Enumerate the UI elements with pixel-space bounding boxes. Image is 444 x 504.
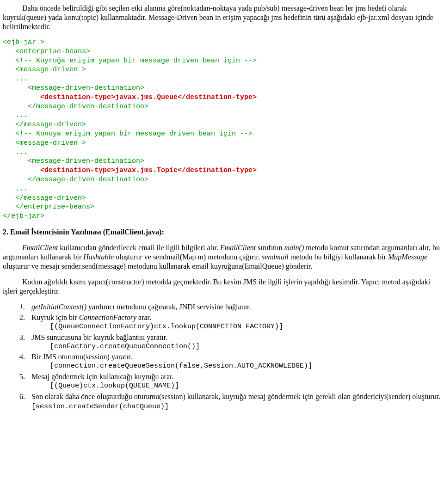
code-line: <!-- Kuyruğa erişim yapan bir message dr… — [3, 57, 257, 65]
text: Son olarak daha önce oluşturduğu oturumu… — [31, 393, 440, 400]
text: oluşturur ve sendmail(Map m) metodunu ça… — [114, 253, 262, 261]
text: yardımcı metodunu çağırarak, JNDI servis… — [86, 303, 251, 311]
code-snippet-create-sender: [session.createSender(chatQueue)] — [31, 403, 169, 411]
text: sınıfının — [256, 244, 284, 252]
text-getinitialcontext: getInitialContext() — [31, 303, 86, 311]
list-item-2: Kuyruk için bir ConnectionFactory arar. … — [29, 313, 441, 332]
code-line: ... — [3, 75, 28, 83]
text-emailclient-2: EmailClient — [220, 244, 256, 252]
code-line-topic-type: javax.jms.Topic — [115, 166, 178, 174]
paragraph-emailclient: EmailClient kullanıcıdan gönderilecek em… — [3, 243, 441, 271]
code-line: </message-driven-destination> — [3, 176, 148, 184]
code-snippet-create-session: [connection.createQueueSession(false,Ses… — [50, 362, 441, 371]
code-line: <message-driven-destination> — [3, 84, 144, 92]
list-item-3: JMS sunucusuna bir kuyruk bağlantısı yar… — [29, 333, 441, 351]
list-item-6: Son olarak daha önce oluşturduğu oturumu… — [29, 392, 441, 412]
code-line-queue-close: </destination-type> — [178, 93, 257, 101]
code-line-topic-close: </destination-type> — [178, 166, 257, 174]
code-snippet-lookup-queue: [(Queue)ctx.lookup(QUEUE_NAME)] — [50, 382, 441, 391]
ejb-jar-xml-code: <ejb-jar > <enterprise-beans> <!-- Kuyru… — [3, 38, 441, 221]
code-line-topic-open: <destination-type> — [3, 166, 115, 174]
text-sendmail: sendmail — [262, 253, 289, 261]
code-line: <message-driven > — [3, 139, 86, 147]
code-line: </message-driven> — [3, 194, 86, 202]
code-line: <enterprise-beans> — [3, 48, 90, 55]
text-mapmessage: MapMessage — [388, 253, 427, 261]
text: arar. — [138, 313, 151, 321]
text: Mesaj göndermek için kullanıcağı kuyruğu… — [31, 373, 173, 381]
constructor-steps-list: getInitialContext() yardımcı metodunu ça… — [29, 302, 441, 412]
list-item-4: Bir JMS oturumu(session) yaratır. [conne… — [29, 352, 441, 371]
paragraph-constructor: Kodun ağırlıklı kısmı yapıcı(constructor… — [3, 277, 441, 296]
code-line: ... — [3, 148, 28, 156]
text: Bir JMS oturumu(session) yaratır. — [31, 353, 132, 361]
list-item-5: Mesaj göndermek için kullanıcağı kuyruğu… — [29, 372, 441, 391]
code-line: </message-driven> — [3, 121, 86, 129]
text-emailclient: EmailClient — [22, 244, 58, 252]
code-line: ... — [3, 185, 28, 193]
code-line: </ejb-jar> — [3, 212, 44, 220]
code-line: <!-- Konuya erişim yapan bir message dri… — [3, 130, 253, 138]
section-heading-2: 2. Email İstemcisinin Yazılması (EmailCl… — [3, 227, 441, 237]
text: JMS sunucusuna bir kuyruk bağlantısı yar… — [31, 333, 167, 341]
code-snippet-create-connection: [conFactory.createQueueConnection()] — [50, 343, 441, 351]
text: oluşturur ve mesajı sender.send(message)… — [3, 262, 312, 270]
code-line: </message-driven-destination> — [3, 103, 148, 111]
text-connectionfactory: ConnectionFactory — [79, 313, 138, 321]
code-line: </enterprise-beans> — [3, 203, 94, 211]
code-line: <ejb-jar > — [3, 38, 44, 46]
text-hashtable: Hashtable — [83, 253, 114, 261]
code-line: <message-driven > — [3, 66, 86, 74]
text: metodu bu bilgiyi kullanarak bir — [289, 253, 388, 261]
text: Kuyruk için bir — [31, 313, 79, 321]
code-line-queue-type: javax.jms.Queue — [115, 93, 178, 101]
code-line: <message-driven-destination> — [3, 157, 144, 165]
code-line: ... — [3, 111, 28, 119]
code-snippet-lookup-factory: [(QueueConnectionFactory)ctx.lookup(CONN… — [50, 323, 441, 332]
text-main: main() — [284, 244, 304, 252]
list-item-1: getInitialContext() yardımcı metodunu ça… — [29, 302, 441, 312]
text: kullanıcıdan gönderilecek email ile ilgi… — [58, 244, 220, 252]
code-line-queue-open: <destination-type> — [3, 93, 115, 101]
paragraph-intro: Daha öncede belirtildiği gibi seçilen et… — [3, 4, 441, 31]
